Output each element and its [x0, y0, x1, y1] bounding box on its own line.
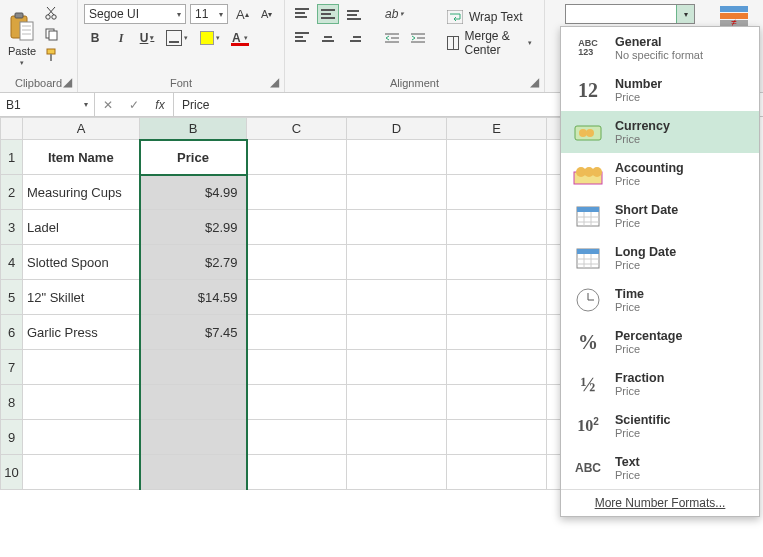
row-header-2[interactable]: 2 [1, 175, 23, 210]
copy-button[interactable] [42, 25, 60, 43]
cell-E1[interactable] [447, 140, 547, 175]
number-format-dropdown-arrow[interactable]: ▾ [676, 5, 694, 23]
column-header-E[interactable]: E [447, 118, 547, 140]
cell-C5[interactable] [247, 280, 347, 315]
cell-B8[interactable] [140, 385, 247, 420]
cell-E7[interactable] [447, 350, 547, 385]
cell-B5[interactable]: $14.59 [140, 280, 247, 315]
cell-B1[interactable]: Price [140, 140, 247, 175]
number-format-option-number[interactable]: 12NumberPrice [561, 69, 759, 111]
cut-button[interactable] [42, 4, 60, 22]
cell-E4[interactable] [447, 245, 547, 280]
cell-C10[interactable] [247, 455, 347, 490]
cancel-formula-button[interactable]: ✕ [95, 98, 121, 112]
clipboard-dialog-launcher[interactable]: ◢ [60, 75, 74, 89]
cell-B2[interactable]: $4.99 [140, 175, 247, 210]
cell-C9[interactable] [247, 420, 347, 455]
cell-E10[interactable] [447, 455, 547, 490]
font-color-button[interactable]: A▾ [228, 28, 252, 48]
cell-B3[interactable]: $2.99 [140, 210, 247, 245]
conditional-formatting-button[interactable]: ≠ [720, 4, 748, 28]
cell-C8[interactable] [247, 385, 347, 420]
cell-B10[interactable] [140, 455, 247, 490]
cell-A10[interactable] [23, 455, 140, 490]
cell-D4[interactable] [347, 245, 447, 280]
number-format-option-percentage[interactable]: %PercentagePrice [561, 321, 759, 363]
cell-B9[interactable] [140, 420, 247, 455]
cell-B4[interactable]: $2.79 [140, 245, 247, 280]
cell-C6[interactable] [247, 315, 347, 350]
decrease-font-button[interactable]: A▾ [257, 4, 277, 24]
cell-E3[interactable] [447, 210, 547, 245]
cell-C1[interactable] [247, 140, 347, 175]
row-header-6[interactable]: 6 [1, 315, 23, 350]
number-format-option-text[interactable]: ABCTextPrice [561, 447, 759, 489]
align-middle-button[interactable] [317, 4, 339, 24]
row-header-1[interactable]: 1 [1, 140, 23, 175]
font-dialog-launcher[interactable]: ◢ [267, 75, 281, 89]
fill-color-button[interactable]: ▾ [196, 28, 224, 48]
cell-A2[interactable]: Measuring Cups [23, 175, 140, 210]
font-size-combo[interactable]: 11▾ [190, 4, 228, 24]
cell-C3[interactable] [247, 210, 347, 245]
cell-A8[interactable] [23, 385, 140, 420]
row-header-8[interactable]: 8 [1, 385, 23, 420]
column-header-C[interactable]: C [247, 118, 347, 140]
decrease-indent-button[interactable] [381, 28, 403, 48]
name-box[interactable]: B1▾ [0, 93, 95, 116]
number-format-option-long-date[interactable]: Long DatePrice [561, 237, 759, 279]
number-format-option-accounting[interactable]: AccountingPrice [561, 153, 759, 195]
cell-C4[interactable] [247, 245, 347, 280]
cell-D8[interactable] [347, 385, 447, 420]
cell-D1[interactable] [347, 140, 447, 175]
number-format-combo[interactable]: ▾ [565, 4, 695, 24]
cell-E8[interactable] [447, 385, 547, 420]
cell-A1[interactable]: Item Name [23, 140, 140, 175]
row-header-4[interactable]: 4 [1, 245, 23, 280]
cell-B6[interactable]: $7.45 [140, 315, 247, 350]
cell-D7[interactable] [347, 350, 447, 385]
alignment-dialog-launcher[interactable]: ◢ [527, 75, 541, 89]
cell-A9[interactable] [23, 420, 140, 455]
cell-E6[interactable] [447, 315, 547, 350]
accept-formula-button[interactable]: ✓ [121, 98, 147, 112]
cell-D3[interactable] [347, 210, 447, 245]
cell-D5[interactable] [347, 280, 447, 315]
paste-button[interactable]: Paste ▾ [6, 2, 38, 75]
row-header-7[interactable]: 7 [1, 350, 23, 385]
increase-indent-button[interactable] [407, 28, 429, 48]
number-format-option-short-date[interactable]: Short DatePrice [561, 195, 759, 237]
number-format-option-scientific[interactable]: 102ScientificPrice [561, 405, 759, 447]
column-header-D[interactable]: D [347, 118, 447, 140]
format-painter-button[interactable] [42, 46, 60, 64]
number-format-option-general[interactable]: ABC123GeneralNo specific format [561, 27, 759, 69]
font-family-combo[interactable]: Segoe UI▾ [84, 4, 186, 24]
merge-center-button[interactable]: Merge & Center ▾ [441, 32, 538, 54]
cell-D6[interactable] [347, 315, 447, 350]
number-format-option-currency[interactable]: CurrencyPrice [561, 111, 759, 153]
cell-C7[interactable] [247, 350, 347, 385]
row-header-3[interactable]: 3 [1, 210, 23, 245]
italic-button[interactable]: I [110, 28, 132, 48]
borders-button[interactable]: ▾ [162, 28, 192, 48]
cell-D10[interactable] [347, 455, 447, 490]
align-center-button[interactable] [317, 28, 339, 48]
paste-dropdown-arrow[interactable]: ▾ [20, 59, 24, 67]
cell-A6[interactable]: Garlic Press [23, 315, 140, 350]
cell-C2[interactable] [247, 175, 347, 210]
cell-E2[interactable] [447, 175, 547, 210]
cell-A4[interactable]: Slotted Spoon [23, 245, 140, 280]
cell-A5[interactable]: 12" Skillet [23, 280, 140, 315]
cell-B7[interactable] [140, 350, 247, 385]
cell-E5[interactable] [447, 280, 547, 315]
align-top-button[interactable] [291, 4, 313, 24]
underline-button[interactable]: U▾ [136, 28, 158, 48]
cell-E9[interactable] [447, 420, 547, 455]
align-left-button[interactable] [291, 28, 313, 48]
fx-button[interactable]: fx [147, 98, 173, 112]
number-format-option-time[interactable]: TimePrice [561, 279, 759, 321]
column-header-A[interactable]: A [23, 118, 140, 140]
cell-D2[interactable] [347, 175, 447, 210]
align-bottom-button[interactable] [343, 4, 365, 24]
increase-font-button[interactable]: A▴ [232, 4, 253, 24]
